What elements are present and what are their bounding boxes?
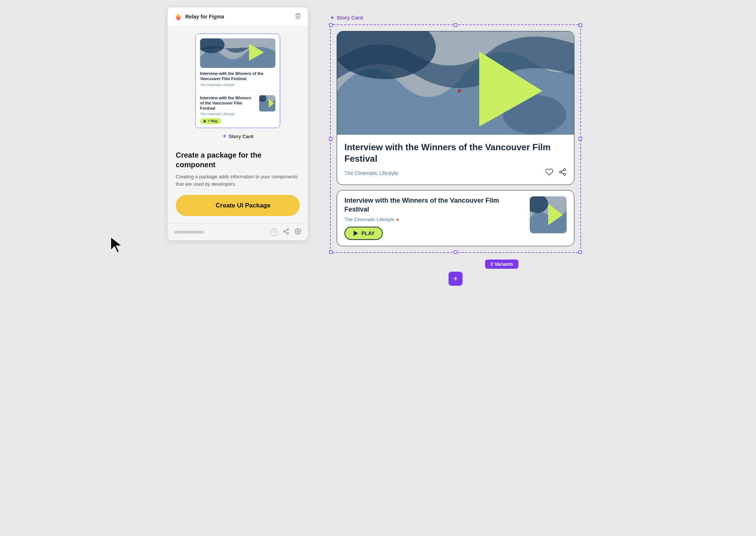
svg-line-24 (561, 170, 564, 172)
play-icon (353, 230, 358, 236)
big-card-1-footer: The Cinematic Lifestyle (344, 168, 567, 178)
mini-play-label: + Play (208, 119, 217, 123)
add-variant-button[interactable]: + (449, 272, 463, 286)
mini-card-1-title: Interview with the Winners of the Vancou… (200, 71, 275, 82)
handle-tr[interactable] (578, 23, 582, 27)
create-btn-label: Create UI Package (216, 202, 270, 209)
mini-card-2-thumb (259, 95, 275, 111)
settings-icon[interactable] (295, 228, 301, 236)
heart-icon[interactable] (545, 168, 553, 178)
mini-card-2-content: Interview with the Winners of the Vancou… (200, 95, 256, 124)
svg-point-22 (564, 173, 566, 176)
delete-icon[interactable] (295, 13, 301, 21)
source-label: The Cinematic Lifestyle (344, 217, 394, 222)
handle-tl[interactable] (329, 23, 333, 27)
panel-content: Create a package for the component Creat… (168, 147, 308, 223)
svg-point-10 (284, 231, 285, 233)
big-card-1-title: Interview with the Winners of the Vancou… (344, 141, 567, 164)
mini-card-2: Interview with the Winners of the Vancou… (196, 92, 280, 128)
mini-card-1-subtitle: The Cinematic Lifestyle (200, 83, 275, 87)
big-card-1: Interview with the Winners of the Vancou… (337, 31, 574, 185)
scroll-indicator (174, 231, 204, 234)
preview-area: Interview with the Winners of the Vancou… (168, 26, 308, 147)
left-panel: Relay for Figma (168, 7, 308, 240)
panel-title: Relay for Figma (185, 14, 224, 20)
mini-card-2-title: Interview with the Winners of the Vancou… (200, 95, 256, 111)
share-card-icon[interactable] (559, 168, 567, 178)
card-actions (545, 168, 567, 178)
handle-br[interactable] (578, 250, 582, 254)
mini-card-1: Interview with the Winners of the Vancou… (196, 34, 280, 91)
component-frame: Interview with the Winners of the Vancou… (195, 34, 280, 128)
selection-box: Interview with the Winners of the Vancou… (330, 24, 581, 253)
sparkle-icon: ✦ (222, 133, 227, 139)
svg-line-23 (561, 173, 564, 174)
big-play-button[interactable]: PLAY (344, 227, 383, 240)
create-ui-package-button[interactable]: ✨ Create UI Package (176, 195, 300, 216)
create-btn-icon: ✨ (205, 202, 213, 209)
svg-marker-25 (354, 231, 358, 236)
big-card-1-thumbnail (337, 31, 574, 135)
handle-lm[interactable] (329, 137, 333, 141)
story-card-top-label: ✦ Story Card (330, 15, 581, 21)
big-card-2-source: The Cinematic Lifestyle (344, 217, 524, 222)
story-card-label-text: Story Card (337, 15, 363, 21)
svg-point-19 (458, 89, 461, 93)
component-label-text: Story Card (229, 134, 253, 139)
mini-card-2-subtitle: The Cinematic Lifestyle (200, 112, 256, 116)
big-card-2-thumb (530, 196, 567, 233)
svg-point-2 (178, 14, 179, 17)
help-icon[interactable]: ? (270, 229, 278, 236)
panel-footer: ? (168, 223, 308, 240)
mini-play-button[interactable]: ▶ + Play (200, 118, 221, 124)
svg-point-14 (297, 231, 299, 233)
svg-line-13 (285, 230, 287, 231)
handle-tm[interactable] (454, 23, 457, 27)
sparkle-top-icon: ✦ (330, 15, 334, 21)
component-label: ✦ Story Card (222, 133, 253, 139)
big-card-2-content: Interview with the Winners of the Vancou… (344, 196, 524, 240)
svg-line-12 (285, 232, 287, 233)
cursor (109, 236, 124, 255)
package-heading: Create a package for the component (176, 150, 300, 169)
share-icon[interactable] (283, 228, 289, 236)
live-indicator (396, 219, 399, 221)
big-card-1-source: The Cinematic Lifestyle (344, 170, 398, 176)
panel-header: Relay for Figma (168, 7, 308, 26)
svg-point-11 (287, 233, 289, 234)
handle-rm[interactable] (578, 137, 582, 141)
relay-logo-icon (174, 13, 182, 21)
big-card-2-title: Interview with the Winners of the Vancou… (344, 196, 524, 214)
svg-point-21 (560, 171, 562, 173)
handle-bm[interactable] (454, 250, 457, 254)
variants-area: 2 Variants + (330, 254, 581, 286)
handle-bl[interactable] (329, 250, 333, 254)
package-desc: Creating a package adds information to y… (176, 173, 300, 188)
right-panel: ✦ Story Card (323, 7, 588, 293)
svg-point-9 (287, 229, 289, 231)
footer-icons: ? (270, 228, 301, 236)
big-play-label: PLAY (361, 230, 375, 236)
mini-thumbnail-1 (200, 38, 275, 68)
mini-play-icon: ▶ (204, 119, 206, 123)
big-card-1-body: Interview with the Winners of the Vancou… (337, 135, 574, 185)
header-left: Relay for Figma (174, 13, 224, 21)
big-card-2: Interview with the Winners of the Vancou… (337, 190, 574, 246)
variants-badge: 2 Variants (485, 260, 518, 269)
svg-point-20 (564, 169, 566, 171)
